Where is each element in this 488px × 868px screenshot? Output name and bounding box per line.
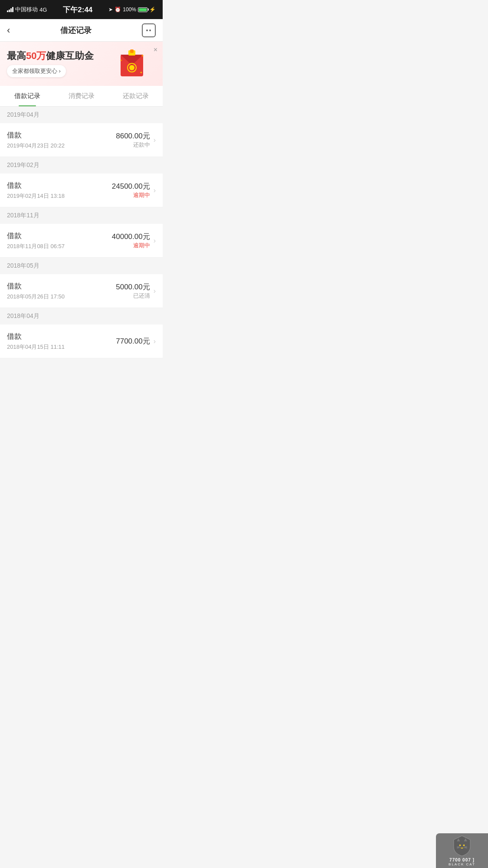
back-button[interactable]: ‹	[7, 25, 10, 36]
chevron-right-icon: ›	[154, 237, 156, 245]
records-list: 2019年04月 借款 2019年04月23日 20:22 8600.00元 还…	[0, 107, 163, 358]
record-type: 借款	[7, 231, 112, 241]
record-left: 借款 2019年02月14日 13:18	[7, 180, 112, 200]
record-status: 逾期中	[112, 242, 150, 249]
record-date: 2018年04月15日 11:11	[7, 343, 116, 351]
record-date: 2018年05月26日 17:50	[7, 293, 116, 301]
tab-bar: 借款记录 消费记录 还款记录	[0, 86, 163, 107]
time-label: 下午2:44	[63, 5, 92, 15]
record-type: 借款	[7, 281, 116, 291]
alarm-icon: ⏰	[115, 7, 121, 13]
banner-title-suffix: 健康互助金	[46, 50, 94, 61]
record-left: 借款 2018年11月08日 06:57	[7, 231, 112, 250]
record-item[interactable]: 借款 2018年11月08日 06:57 40000.00元 逾期中 ›	[0, 224, 163, 258]
signal-icon	[7, 7, 13, 12]
status-right: ➤ ⏰ 100% ⚡	[108, 7, 156, 13]
record-status: 已还清	[116, 292, 150, 300]
chat-button[interactable]	[142, 23, 156, 37]
record-item[interactable]: 借款 2019年02月14日 13:18 24500.00元 逾期中 ›	[0, 174, 163, 207]
record-status: 还款中	[116, 141, 150, 149]
section-header-1: 2019年02月	[0, 157, 163, 174]
banner-title: 最高50万健康互助金	[7, 50, 117, 62]
tab-repay-records[interactable]: 还款记录	[108, 86, 163, 106]
chat-icon	[146, 29, 151, 31]
nav-bar: ‹ 借还记录	[0, 19, 163, 42]
banner-title-highlight: 50万	[26, 50, 46, 61]
record-right: 40000.00元 逾期中 ›	[112, 232, 156, 249]
record-left: 借款 2019年04月23日 20:22	[7, 130, 116, 150]
record-left: 借款 2018年05月26日 17:50	[7, 281, 116, 301]
location-icon: ➤	[108, 7, 113, 13]
tab-spend-records[interactable]: 消费记录	[54, 86, 108, 106]
chevron-right-icon: ›	[154, 136, 156, 144]
svg-text:✦: ✦	[120, 59, 123, 62]
section-header-2: 2018年11月	[0, 207, 163, 224]
record-amount: 24500.00元	[112, 181, 150, 191]
battery-icon	[138, 7, 147, 12]
record-amount: 40000.00元	[112, 232, 150, 242]
record-date: 2019年04月23日 20:22	[7, 142, 116, 150]
banner-text: 最高50万健康互助金 全家都领取更安心 ›	[7, 50, 117, 77]
banner-title-prefix: 最高	[7, 50, 26, 61]
record-item[interactable]: 借款 2018年05月26日 17:50 5000.00元 已还清 ›	[0, 274, 163, 308]
charge-icon: ⚡	[149, 7, 156, 13]
record-amount: 8600.00元	[116, 131, 150, 141]
record-type: 借款	[7, 180, 112, 190]
section-header-0: 2019年04月	[0, 107, 163, 123]
chevron-right-icon: ›	[154, 187, 156, 194]
carrier-label: 中国移动	[15, 6, 38, 13]
banner-image: ✦ ✦ ✦	[117, 49, 147, 79]
network-label: 4G	[39, 7, 47, 13]
svg-text:✦: ✦	[141, 53, 144, 58]
promo-banner: 最高50万健康互助金 全家都领取更安心 › ✦ ✦ ✦ ×	[0, 42, 163, 86]
section-header-3: 2018年05月	[0, 258, 163, 274]
record-item[interactable]: 借款 2018年04月15日 11:11 7700.00元 ›	[0, 324, 163, 358]
svg-point-2	[129, 65, 134, 70]
record-amount-area: 8600.00元 还款中	[116, 131, 150, 149]
page-title: 借还记录	[60, 25, 92, 36]
banner-close-button[interactable]: ×	[154, 46, 157, 54]
record-amount: 5000.00元	[116, 282, 150, 292]
record-right: 5000.00元 已还清 ›	[116, 282, 156, 300]
record-type: 借款	[7, 331, 116, 341]
record-status: 逾期中	[112, 191, 150, 199]
tab-borrow-records[interactable]: 借款记录	[0, 86, 54, 106]
red-envelope-icon: ✦ ✦ ✦	[119, 49, 145, 79]
record-right: 8600.00元 还款中 ›	[116, 131, 156, 149]
status-bar: 中国移动 4G 下午2:44 ➤ ⏰ 100% ⚡	[0, 0, 163, 19]
record-date: 2019年02月14日 13:18	[7, 192, 112, 200]
record-right: 24500.00元 逾期中 ›	[112, 181, 156, 199]
banner-cta-button[interactable]: 全家都领取更安心 ›	[7, 65, 66, 77]
record-date: 2018年11月08日 06:57	[7, 242, 112, 250]
battery-label: 100%	[123, 7, 136, 13]
svg-text:✦: ✦	[140, 71, 143, 75]
record-amount: 7700.00元	[116, 336, 150, 346]
chevron-right-icon: ›	[154, 337, 156, 345]
svg-rect-4	[130, 49, 134, 53]
record-type: 借款	[7, 130, 116, 140]
record-left: 借款 2018年04月15日 11:11	[7, 331, 116, 351]
record-amount-area: 40000.00元 逾期中	[112, 232, 150, 249]
status-left: 中国移动 4G	[7, 6, 47, 13]
record-amount-area: 24500.00元 逾期中	[112, 181, 150, 199]
record-item[interactable]: 借款 2019年04月23日 20:22 8600.00元 还款中 ›	[0, 123, 163, 157]
record-amount-area: 7700.00元	[116, 336, 150, 346]
section-header-4: 2018年04月	[0, 308, 163, 324]
record-right: 7700.00元 ›	[116, 336, 156, 346]
record-amount-area: 5000.00元 已还清	[116, 282, 150, 300]
chevron-right-icon: ›	[154, 287, 156, 295]
